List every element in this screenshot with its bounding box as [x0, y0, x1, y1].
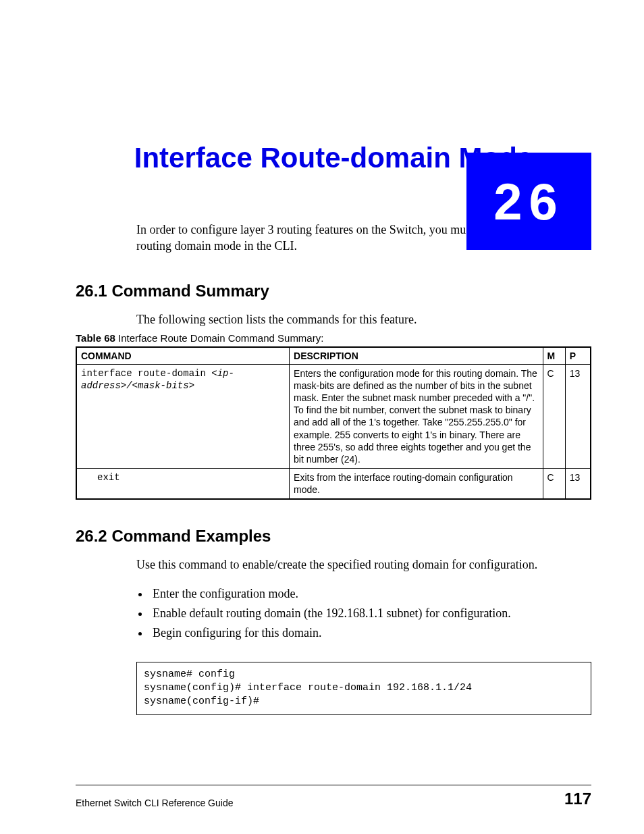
- cell-p: 13: [565, 364, 591, 469]
- th-command: COMMAND: [76, 347, 290, 365]
- section2-intro: Use this command to enable/create the sp…: [136, 558, 591, 572]
- footer-page-number: 117: [564, 789, 591, 808]
- table-caption-label: Table 68: [76, 332, 115, 344]
- cmd-prefix: interface route-domain: [81, 368, 211, 379]
- table-row: interface route-domain <ip-address>/<mas…: [76, 364, 591, 469]
- table-caption: Table 68 Interface Route Domain Command …: [76, 332, 591, 344]
- cell-m: C: [543, 364, 565, 469]
- table-row: exit Exits from the interface routing-do…: [76, 469, 591, 500]
- command-summary-table: COMMAND DESCRIPTION M P interface route-…: [76, 346, 591, 500]
- code-example-block: sysname# config sysname(config)# interfa…: [136, 662, 591, 715]
- cell-description: Exits from the interface routing-domain …: [290, 469, 543, 500]
- th-m: M: [543, 347, 565, 365]
- th-description: DESCRIPTION: [290, 347, 543, 365]
- cmd-prefix: exit: [81, 472, 120, 483]
- bullet-list: Enter the configuration mode. Enable def…: [150, 584, 591, 642]
- list-item: Begin configuring for this domain.: [150, 623, 591, 643]
- cell-m: C: [543, 469, 565, 500]
- section-heading-command-examples: 26.2 Command Examples: [76, 527, 591, 546]
- chapter-number-block: 26: [466, 153, 591, 250]
- list-item: Enter the configuration mode.: [150, 584, 591, 604]
- cell-p: 13: [565, 469, 591, 500]
- section1-intro: The following section lists the commands…: [136, 313, 591, 327]
- page-footer: Ethernet Switch CLI Reference Guide 117: [76, 785, 591, 808]
- table-caption-text: Interface Route Domain Command Summary:: [115, 332, 323, 344]
- cell-description: Enters the configuration mode for this r…: [290, 364, 543, 469]
- cell-command: exit: [76, 469, 290, 500]
- th-p: P: [565, 347, 591, 365]
- list-item: Enable default routing domain (the 192.1…: [150, 604, 591, 623]
- chapter-number: 26: [493, 172, 564, 231]
- section-heading-command-summary: 26.1 Command Summary: [76, 282, 591, 301]
- cell-command: interface route-domain <ip-address>/<mas…: [76, 364, 290, 469]
- footer-guide-name: Ethernet Switch CLI Reference Guide: [76, 798, 233, 808]
